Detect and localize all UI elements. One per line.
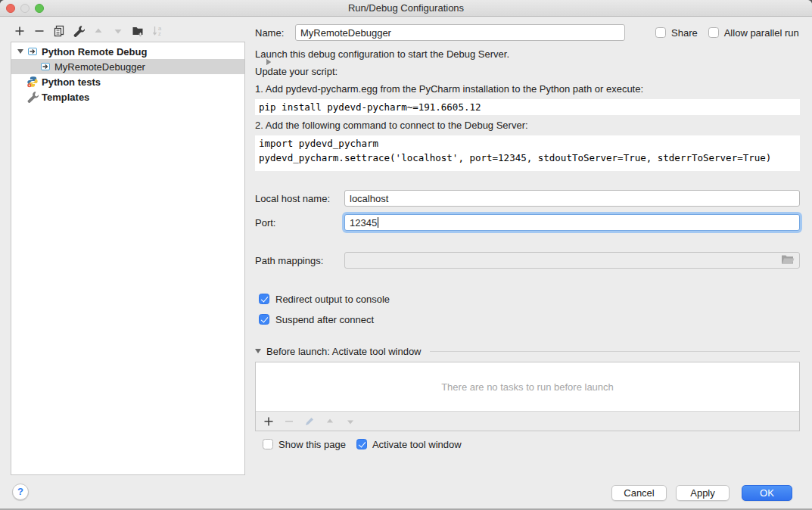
redirect-output-checkbox[interactable] [259, 294, 269, 304]
show-this-page-checkbox[interactable] [263, 439, 273, 449]
description-intro: Launch this debug configuration to start… [255, 45, 800, 63]
move-up-icon [92, 25, 104, 37]
path-mappings-row: Path mappings: [255, 252, 800, 269]
tree-item-label: Python tests [42, 76, 101, 88]
activate-tool-window-label: Activate tool window [372, 439, 462, 450]
task-toolbar [256, 411, 799, 431]
port-label: Port: [255, 217, 344, 229]
suspend-after-connect-row: Suspend after connect [259, 313, 800, 325]
add-task-icon[interactable] [263, 415, 275, 428]
remote-debug-config-icon [39, 61, 51, 73]
titlebar: Run/Debug Configurations [0, 0, 812, 17]
share-label: Share [671, 27, 698, 39]
settrace-code: import pydevd_pycharmpydevd_pycharm.sett… [255, 135, 800, 171]
move-task-down-icon [344, 415, 356, 428]
show-this-page-label: Show this page [278, 439, 346, 450]
remote-debug-config-icon [26, 45, 39, 58]
new-folder-icon[interactable] [132, 25, 144, 37]
share-checkbox[interactable] [655, 27, 666, 38]
tree-item-python-remote-debug[interactable]: Python Remote Debug [11, 44, 244, 59]
sort-alphabetically-icon: az [151, 25, 163, 37]
add-icon[interactable] [14, 25, 26, 37]
page-options: Show this page Activate tool window [263, 438, 800, 450]
edit-defaults-wrench-icon[interactable] [73, 25, 85, 37]
name-input[interactable]: MyRemoteDebugger [295, 24, 625, 41]
templates-wrench-icon [26, 91, 39, 103]
tree-item-label: Templates [42, 92, 89, 103]
window-title: Run/Debug Configurations [0, 0, 812, 17]
port-row: Port: 12345 [255, 214, 800, 231]
share-checkbox-group: Share [655, 27, 698, 39]
activate-tool-window-group: Activate tool window [356, 439, 462, 450]
tree-item-label: Python Remote Debug [42, 46, 147, 58]
traffic-lights [6, 4, 44, 13]
help-button[interactable]: ? [12, 484, 29, 500]
empty-task-list: There are no tasks to run before launch [256, 362, 799, 411]
move-task-up-icon [324, 415, 336, 428]
edit-task-pencil-icon [303, 415, 316, 428]
minimize-window-button [20, 4, 30, 13]
tree-item-label: MyRemoteDebugger [54, 61, 145, 73]
description-update: Update your script: [255, 63, 800, 80]
before-launch-header[interactable]: Before launch: Activate tool window [255, 345, 800, 357]
expander-expanded-icon[interactable] [14, 49, 26, 54]
suspend-after-connect-checkbox[interactable] [259, 314, 269, 325]
zoom-window-button[interactable] [35, 4, 44, 13]
browse-folder-icon[interactable] [781, 254, 795, 267]
tree-item-myremotedebugger[interactable]: MyRemoteDebugger [11, 59, 244, 74]
close-window-button[interactable] [6, 4, 15, 13]
description-step1: 1. Add pydevd-pycharm.egg from the PyCha… [255, 80, 800, 98]
tree-toolbar: az [14, 25, 163, 37]
run-debug-configurations-dialog: Run/Debug Configurations az Python Remot… [0, 0, 812, 510]
tree-item-templates[interactable]: Templates [11, 89, 244, 104]
allow-parallel-run-checkbox[interactable] [708, 27, 719, 38]
options: Redirect output to console Suspend after… [259, 293, 800, 325]
question-icon: ? [17, 486, 23, 497]
before-launch-title: Before launch: Activate tool window [266, 346, 422, 357]
show-this-page-group: Show this page [263, 439, 346, 450]
apply-button[interactable]: Apply [676, 485, 730, 501]
local-host-input[interactable]: localhost [344, 190, 800, 207]
path-mappings-label: Path mappings: [255, 255, 344, 266]
python-tests-icon [26, 76, 39, 88]
allow-parallel-run-label: Allow parallel run [724, 27, 799, 39]
section-separator [430, 351, 800, 352]
config-tree: Python Remote Debug MyRemoteDebugger Pyt… [11, 42, 245, 475]
tree-item-python-tests[interactable]: Python tests [11, 74, 244, 89]
copy-icon[interactable] [53, 25, 65, 37]
remove-task-icon [283, 415, 295, 428]
collapse-triangle-icon[interactable] [255, 349, 261, 353]
activate-tool-window-checkbox[interactable] [356, 439, 367, 449]
redirect-output-label: Redirect output to console [275, 294, 390, 305]
description-step2: 2. Add the following command to connect … [255, 117, 800, 134]
svg-text:z: z [158, 30, 161, 37]
description: Launch this debug configuration to start… [255, 45, 800, 171]
local-host-row: Local host name: localhost [255, 190, 800, 207]
ok-button[interactable]: OK [742, 485, 792, 501]
before-launch-task-panel: There are no tasks to run before launch [255, 362, 800, 431]
name-label: Name: [255, 27, 295, 39]
remove-icon[interactable] [33, 25, 45, 37]
port-input[interactable]: 12345 [344, 214, 800, 231]
name-row: Name: MyRemoteDebugger Share Allow paral… [255, 24, 800, 41]
cancel-button[interactable]: Cancel [611, 485, 667, 501]
suspend-after-connect-label: Suspend after connect [275, 314, 374, 325]
allow-parallel-checkbox-group: Allow parallel run [708, 27, 799, 39]
empty-task-text: There are no tasks to run before launch [441, 381, 614, 393]
local-host-label: Local host name: [255, 193, 344, 204]
text-caret [378, 217, 378, 228]
pip-install-code: pip install pydevd-pycharm~=191.6605.12 [255, 99, 800, 115]
move-down-icon [112, 25, 124, 37]
connection-settings: Local host name: localhost Port: 12345 P… [255, 190, 800, 269]
redirect-output-row: Redirect output to console [259, 293, 800, 305]
path-mappings-input[interactable] [344, 252, 800, 269]
config-panel: Name: MyRemoteDebugger Share Allow paral… [255, 17, 800, 450]
